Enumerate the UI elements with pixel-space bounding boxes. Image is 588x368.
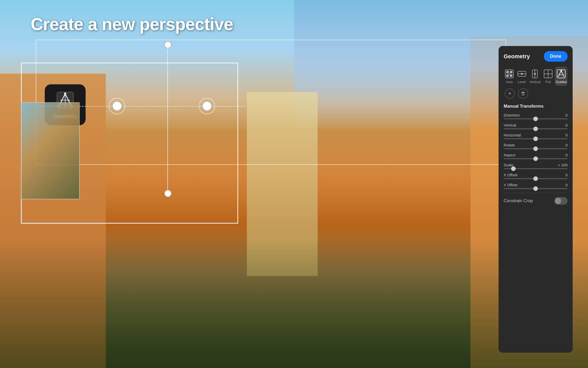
- add-icon: +: [508, 91, 511, 97]
- svg-rect-9: [510, 71, 512, 73]
- y-offset-slider-row: Y Offset 0: [504, 183, 568, 189]
- trash-icon: [521, 91, 526, 96]
- y-offset-value: 0: [566, 183, 568, 187]
- toggle-thumb: [555, 198, 561, 204]
- rotate-label: Rotate: [504, 143, 515, 147]
- mode-auto-button[interactable]: Auto: [504, 67, 515, 86]
- vertical-icon: [530, 69, 539, 78]
- vertical-value: 0: [566, 123, 568, 127]
- scale-track[interactable]: [504, 168, 568, 169]
- constrain-crop-toggle[interactable]: [554, 197, 568, 205]
- rotate-slider-row: Rotate 0: [504, 143, 568, 149]
- full-icon: [544, 69, 553, 78]
- rotate-value: 0: [566, 143, 568, 147]
- x-offset-value: 0: [566, 173, 568, 177]
- mode-vertical-button[interactable]: Vertical: [528, 67, 541, 86]
- constrain-crop-label: Constrain Crop: [504, 198, 533, 203]
- distortion-thumb[interactable]: [533, 117, 538, 121]
- panel-header: Geometry Done: [504, 51, 568, 62]
- scale-value: + 100: [558, 163, 568, 167]
- horizontal-slider-row: Horizontal 0: [504, 133, 568, 139]
- mode-auto-label: Auto: [506, 80, 513, 84]
- mode-full-button[interactable]: Full: [543, 67, 554, 86]
- distortion-label: Distortion: [504, 113, 520, 117]
- aspect-label: Aspect: [504, 153, 515, 157]
- mode-guided-button[interactable]: Guided: [555, 67, 568, 86]
- photo-preview-small: [21, 102, 80, 199]
- constrain-crop-row: Constrain Crop: [504, 193, 568, 205]
- distortion-slider-row: Distortion 0: [504, 113, 568, 119]
- mode-vertical-label: Vertical: [529, 80, 540, 84]
- distortion-value: 0: [566, 113, 568, 117]
- vertical-label: Vertical: [504, 123, 516, 127]
- aspect-track[interactable]: [504, 158, 568, 159]
- page-title: Create a new perspective: [31, 14, 233, 34]
- x-offset-label: X Offset: [504, 173, 517, 177]
- delete-guide-button[interactable]: [518, 88, 528, 99]
- horizontal-track[interactable]: [504, 138, 568, 139]
- svg-line-23: [558, 71, 561, 77]
- x-offset-thumb[interactable]: [533, 176, 538, 181]
- svg-point-25: [560, 70, 562, 72]
- horizontal-value: 0: [566, 133, 568, 137]
- mode-full-label: Full: [545, 80, 551, 84]
- rotate-thumb[interactable]: [533, 146, 538, 151]
- svg-line-24: [561, 71, 564, 77]
- x-offset-slider-row: X Offset 0: [504, 173, 568, 179]
- vertical-thumb[interactable]: [533, 126, 538, 131]
- vertical-slider-row: Vertical 0: [504, 123, 568, 129]
- aspect-thumb[interactable]: [533, 156, 538, 161]
- y-offset-track[interactable]: [504, 188, 568, 189]
- y-offset-label: Y Offset: [504, 183, 517, 187]
- mode-level-label: Level: [518, 80, 526, 84]
- scale-slider-row: Scale + 100: [504, 163, 568, 169]
- svg-point-6: [64, 93, 66, 95]
- svg-point-15: [521, 73, 523, 75]
- horizontal-label: Horizontal: [504, 133, 521, 137]
- svg-point-12: [509, 73, 510, 75]
- auto-icon: [505, 69, 514, 78]
- sliders-container: Distortion 0 Vertical 0 Horizontal 0: [504, 113, 568, 348]
- manual-transforms-title: Manual Transforms: [504, 104, 568, 109]
- x-offset-track[interactable]: [504, 178, 568, 179]
- add-guide-button[interactable]: +: [505, 88, 515, 99]
- level-icon: [517, 69, 526, 78]
- guided-icon: [557, 69, 566, 78]
- done-button[interactable]: Done: [544, 51, 568, 62]
- horizontal-thumb[interactable]: [533, 136, 538, 141]
- svg-rect-11: [510, 74, 512, 77]
- panel-title: Geometry: [504, 53, 530, 60]
- aspect-value: 0: [566, 153, 568, 157]
- mode-guided-label: Guided: [556, 80, 567, 84]
- scale-thumb[interactable]: [511, 166, 516, 171]
- svg-point-18: [534, 73, 536, 75]
- vertical-track[interactable]: [504, 128, 568, 129]
- y-offset-thumb[interactable]: [533, 186, 538, 191]
- action-row: +: [504, 88, 568, 99]
- mode-level-button[interactable]: Level: [516, 67, 527, 86]
- svg-rect-10: [506, 74, 509, 77]
- aspect-slider-row: Aspect 0: [504, 153, 568, 159]
- svg-rect-8: [506, 71, 509, 73]
- mode-icons-row: Auto Level Vertical: [504, 67, 568, 86]
- rotate-track[interactable]: [504, 148, 568, 149]
- right-panel: Geometry Done Auto Level: [499, 46, 573, 353]
- distortion-track[interactable]: [504, 118, 568, 119]
